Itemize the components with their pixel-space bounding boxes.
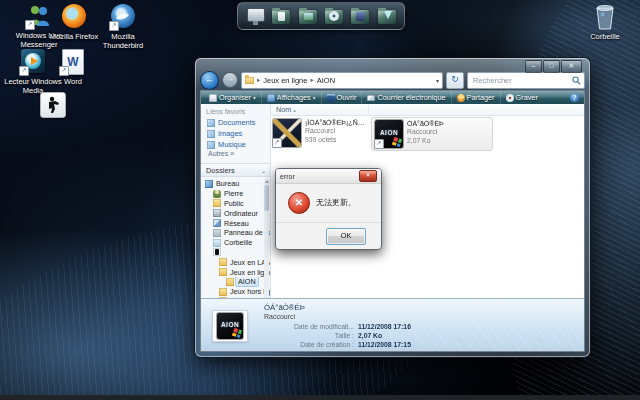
desktop-icon-counterstrike[interactable] bbox=[24, 92, 82, 118]
command-bar: Organiser Affichages Ouvrir Courrier éle… bbox=[201, 91, 584, 105]
property-value: 11/12/2008 17:15 bbox=[358, 341, 411, 348]
envelope-icon bbox=[367, 95, 375, 101]
favorites-header: Liens favoris bbox=[201, 104, 270, 117]
tree-item-corbeille[interactable]: Corbeille bbox=[201, 238, 270, 248]
recycle-bin-icon bbox=[213, 239, 221, 247]
details-properties: Date de modificati...11/12/2008 17:16 Ta… bbox=[264, 322, 411, 349]
back-button[interactable] bbox=[200, 71, 219, 90]
folder-icon bbox=[219, 268, 227, 276]
tree-item-bureau[interactable]: Bureau bbox=[201, 179, 270, 189]
burn-disc-icon bbox=[506, 94, 514, 102]
favorite-music[interactable]: Musique bbox=[201, 139, 270, 150]
word-icon: W bbox=[60, 49, 86, 75]
tree-item-jeux-hors-ligne[interactable]: Jeux hors ligne bbox=[201, 287, 270, 297]
window-controls bbox=[525, 60, 582, 73]
dock-music-folder-icon[interactable] bbox=[324, 6, 344, 26]
open-button[interactable]: Ouvrir bbox=[321, 91, 362, 104]
breadcrumb-segment[interactable]: Jeux en ligne bbox=[263, 76, 307, 85]
tree-item-panneau[interactable]: Panneau de confi bbox=[201, 228, 270, 238]
search-icon bbox=[572, 76, 581, 85]
tree-item-aion[interactable]: AION bbox=[201, 277, 270, 287]
share-icon bbox=[457, 94, 465, 102]
dialog-close-button[interactable] bbox=[359, 170, 377, 182]
views-menu[interactable]: Affichages bbox=[261, 91, 321, 104]
search-input[interactable] bbox=[471, 75, 572, 86]
column-divider[interactable] bbox=[368, 105, 369, 114]
music-icon bbox=[207, 141, 215, 149]
email-button[interactable]: Courrier électronique bbox=[361, 91, 450, 104]
shortcut-arrow-icon bbox=[272, 138, 282, 148]
folder-icon bbox=[226, 278, 234, 286]
dock-downloads-folder-icon[interactable] bbox=[377, 6, 397, 26]
share-button[interactable]: Partager bbox=[451, 91, 500, 104]
shortcut-arrow-icon bbox=[19, 66, 29, 76]
windows-flag-icon bbox=[232, 328, 242, 338]
details-decoration bbox=[406, 298, 584, 351]
control-panel-icon bbox=[213, 229, 221, 237]
error-dialog: error 无法更新。 OK bbox=[275, 168, 382, 250]
tree-item-ordinateur[interactable]: Ordinateur bbox=[201, 208, 270, 218]
tree-item-jeux-en-lan[interactable]: Jeux en LAN bbox=[201, 257, 270, 267]
dialog-titlebar[interactable]: error bbox=[276, 169, 381, 184]
ok-button[interactable]: OK bbox=[326, 228, 366, 245]
shortcut-arrow-icon bbox=[25, 20, 35, 30]
breadcrumb-dropdown-icon[interactable] bbox=[436, 77, 439, 84]
burn-button[interactable]: Graver bbox=[500, 91, 543, 104]
favorite-documents[interactable]: Documents bbox=[201, 117, 270, 128]
search-box[interactable] bbox=[467, 72, 585, 89]
explorer-window: Jeux en ligne AION Organiser bbox=[195, 58, 590, 357]
windows-flag-icon bbox=[392, 137, 402, 147]
tree-item-jeux-en-ligne[interactable]: Jeux en ligne bbox=[201, 267, 270, 277]
help-button[interactable] bbox=[570, 93, 579, 102]
tree-scrollbar[interactable] bbox=[264, 179, 269, 304]
desktop-icon-word[interactable]: W Word bbox=[44, 48, 102, 86]
dialog-body: 无法更新。 bbox=[276, 184, 381, 224]
organize-icon bbox=[209, 94, 217, 102]
sort-arrow-icon bbox=[293, 107, 296, 113]
property-label: Date de modificati... bbox=[264, 323, 354, 330]
computer-icon bbox=[213, 209, 221, 217]
forward-button[interactable] bbox=[222, 72, 238, 88]
refresh-button[interactable] bbox=[446, 72, 464, 89]
organize-menu[interactable]: Organiser bbox=[204, 91, 261, 104]
tree-item-cs[interactable] bbox=[201, 248, 270, 258]
minimize-button[interactable] bbox=[525, 60, 542, 73]
counterstrike-icon bbox=[213, 248, 221, 256]
shortcut-file-icon bbox=[273, 119, 301, 147]
tree-item-reseau[interactable]: Réseau bbox=[201, 218, 270, 228]
favorites-more-link[interactable]: Autres » bbox=[201, 150, 270, 160]
close-button[interactable] bbox=[561, 60, 582, 73]
chevron-down-icon bbox=[313, 95, 316, 101]
breadcrumb[interactable]: Jeux en ligne AION bbox=[241, 72, 443, 89]
tree-item-public[interactable]: Public bbox=[201, 199, 270, 209]
tree-item-pierre[interactable]: Pierre bbox=[201, 189, 270, 199]
favorite-images[interactable]: Images bbox=[201, 128, 270, 139]
desktop-icon-thunderbird[interactable]: Mozilla Thunderbird bbox=[94, 3, 152, 50]
details-pane: AION ÓÁ°ãÒ®ÉÞ Raccourci Date de modifica… bbox=[201, 298, 584, 351]
dock-computer-icon[interactable] bbox=[245, 6, 265, 26]
shortcut-arrow-icon bbox=[59, 66, 69, 76]
details-file-name: ÓÁ°ãÒ®ÉÞ bbox=[264, 303, 305, 312]
explorer-main: Liens favoris Documents Images Musique A… bbox=[201, 104, 584, 299]
column-header-name[interactable]: Nom bbox=[271, 104, 584, 116]
file-item-1[interactable]: ¡ÎÓÁ°ãÒ®ÉÞ¡¿ÑüÇéÁéÉèÇe... Raccourci 939 … bbox=[273, 119, 367, 147]
folders-band[interactable]: Dossiers bbox=[201, 163, 270, 177]
folder-icon bbox=[219, 288, 227, 296]
folder-icon bbox=[245, 77, 254, 84]
dialog-title: error bbox=[280, 173, 295, 180]
scrollbar-thumb[interactable] bbox=[264, 185, 269, 211]
dock-videos-folder-icon[interactable] bbox=[350, 6, 370, 26]
breadcrumb-segment[interactable]: AION bbox=[317, 76, 335, 85]
address-bar: Jeux en ligne AION bbox=[200, 71, 585, 89]
desktop-icon-label: Corbeille bbox=[576, 32, 634, 41]
property-label: Taille : bbox=[264, 332, 354, 339]
maximize-button[interactable] bbox=[543, 60, 560, 73]
folder-tree: Bureau Pierre Public Ordinateur Réseau P… bbox=[201, 177, 270, 306]
breadcrumb-separator-icon bbox=[257, 76, 260, 84]
media-player-icon bbox=[20, 49, 46, 75]
dock-pictures-folder-icon[interactable] bbox=[298, 6, 318, 26]
desktop-icon-recycle-bin[interactable]: Corbeille bbox=[576, 4, 634, 41]
file-item-2-selected[interactable]: AION ÓÁ°ãÒ®ÉÞ Raccourci 2,07 Ko bbox=[371, 117, 493, 151]
dock-documents-folder-icon[interactable] bbox=[271, 6, 291, 26]
chevron-icon bbox=[261, 167, 266, 174]
